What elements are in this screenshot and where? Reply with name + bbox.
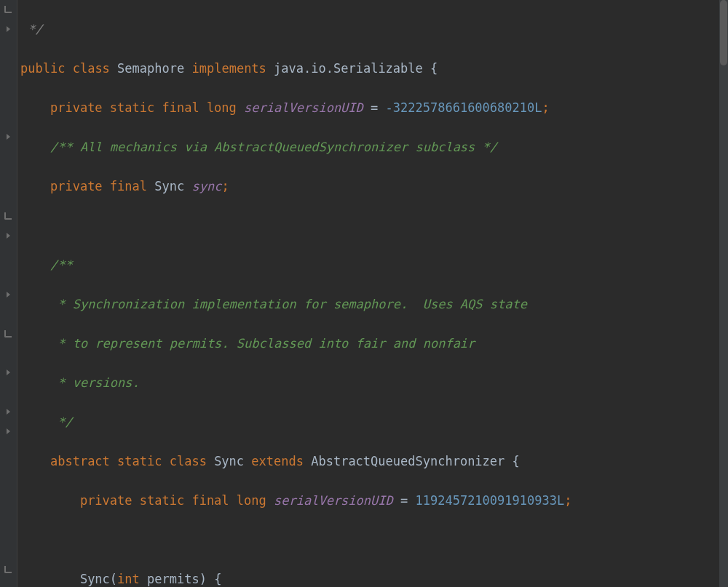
- keyword: private static final long: [50, 100, 244, 115]
- superclass: AbstractQueuedSynchronizer: [311, 454, 505, 468]
- code-line[interactable]: private static final long serialVersionU…: [17, 491, 728, 511]
- class-name: Semaphore: [117, 61, 184, 76]
- comment-text: /**: [50, 257, 73, 272]
- code-line[interactable]: private final Sync sync;: [17, 177, 728, 196]
- comment-text: * versions.: [50, 375, 140, 390]
- brace: {: [505, 454, 519, 468]
- field-name: serialVersionUID: [244, 100, 363, 115]
- fold-start-icon[interactable]: [3, 426, 13, 436]
- code-line[interactable]: */: [17, 20, 728, 39]
- op: =: [363, 100, 386, 115]
- code-line[interactable]: /** All mechanics via AbstractQueuedSync…: [17, 137, 728, 157]
- field-name: serialVersionUID: [274, 493, 393, 508]
- keyword: private final: [50, 179, 154, 193]
- code-line[interactable]: private static final long serialVersionU…: [17, 98, 728, 118]
- type: Sync: [154, 179, 191, 193]
- semicolon: ;: [564, 493, 571, 508]
- code-line[interactable]: * versions.: [17, 373, 728, 393]
- fold-start-icon[interactable]: [3, 367, 13, 378]
- number-literal: -3222578661600680210L: [386, 100, 542, 115]
- fold-start-icon[interactable]: [3, 231, 13, 241]
- keyword: extends: [251, 454, 311, 468]
- comment-text: * to represent permits. Subclassed into …: [50, 336, 475, 351]
- code-line[interactable]: [17, 530, 728, 550]
- fold-end-icon[interactable]: [3, 4, 13, 15]
- code-line[interactable]: * to represent permits. Subclassed into …: [17, 334, 728, 354]
- keyword: abstract static class: [50, 454, 214, 468]
- keyword: class: [73, 61, 110, 76]
- fold-end-icon[interactable]: [3, 329, 13, 339]
- fold-start-icon[interactable]: [3, 132, 13, 142]
- keyword: int: [117, 572, 140, 586]
- keyword: private static final long: [80, 493, 274, 508]
- comment-text: * Synchronization implementation for sem…: [50, 297, 527, 311]
- fold-end-icon[interactable]: [3, 564, 13, 575]
- brace: {: [423, 61, 438, 76]
- paren: (: [110, 572, 117, 586]
- editor-gutter: [0, 0, 17, 587]
- semicolon: ;: [221, 179, 229, 193]
- scrollbar-track[interactable]: [719, 0, 728, 587]
- code-line[interactable]: * Synchronization implementation for sem…: [17, 295, 728, 314]
- op: =: [393, 493, 416, 508]
- comment-text: */: [50, 415, 73, 429]
- fold-end-icon[interactable]: [3, 211, 13, 221]
- interface-name: java.io.Serializable: [274, 61, 423, 76]
- fold-start-icon[interactable]: [3, 24, 13, 34]
- constructor-name: Sync: [80, 572, 110, 586]
- class-name: Sync: [214, 454, 251, 468]
- comment-text: /** All mechanics via AbstractQueuedSync…: [50, 140, 497, 154]
- field-name: sync: [191, 179, 221, 193]
- code-line[interactable]: abstract static class Sync extends Abstr…: [17, 452, 728, 471]
- keyword: public: [20, 61, 65, 76]
- fold-start-icon[interactable]: [3, 407, 13, 417]
- code-editor[interactable]: */ public class Semaphore implements jav…: [17, 0, 728, 587]
- code-line[interactable]: [17, 216, 728, 236]
- semicolon: ;: [542, 100, 549, 115]
- code-line[interactable]: */: [17, 412, 728, 432]
- code-line[interactable]: /**: [17, 255, 728, 275]
- scrollbar-thumb[interactable]: [720, 0, 727, 65]
- param: permits: [140, 572, 199, 586]
- fold-start-icon[interactable]: [3, 289, 13, 300]
- code-line[interactable]: Sync(int permits) {: [17, 570, 728, 587]
- paren: ) {: [199, 572, 222, 586]
- keyword: implements: [191, 61, 266, 76]
- comment-text: */: [20, 22, 43, 36]
- code-line[interactable]: public class Semaphore implements java.i…: [17, 59, 728, 79]
- number-literal: 1192457210091910933L: [415, 493, 564, 508]
